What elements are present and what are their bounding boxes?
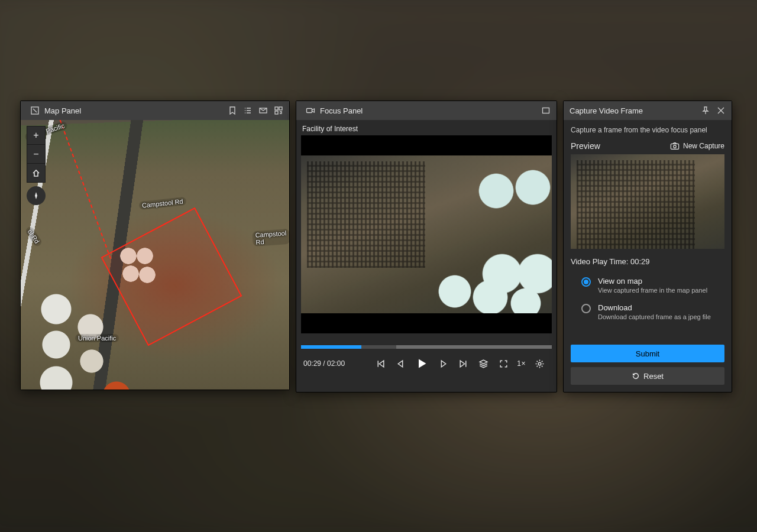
svg-rect-8 [671,144,678,149]
close-icon[interactable] [715,105,727,116]
road-label: Campstool Rd [252,229,289,246]
focus-subtitle: Facility of Interest [296,120,557,135]
video-play-time: Video Play Time: 00:29 [571,257,724,266]
buffered-range [396,345,552,349]
zoom-in-button[interactable]: + [27,126,46,145]
skip-end-button[interactable] [455,356,471,371]
option-title: View on map [598,277,707,286]
video-progress-bar[interactable] [301,345,552,349]
home-extent-button[interactable] [27,164,46,183]
option-download[interactable]: Download Download captured frame as a jp… [571,299,724,325]
new-capture-label: New Capture [683,142,724,150]
focus-panel: Focus Panel Facility of Interest 00:29 /… [296,100,557,392]
playback-rate[interactable]: 1× [517,359,526,368]
option-title: Download [598,303,711,312]
option-view-on-map[interactable]: View on map View captured frame in the m… [571,272,724,299]
map-panel-title: Map Panel [44,106,223,115]
video-camera-icon [305,105,316,116]
svg-point-9 [674,145,676,148]
step-forward-button[interactable] [435,356,451,371]
preview-frame-image [571,154,724,249]
map-panel-icon [29,105,41,116]
layers-icon[interactable] [475,356,491,371]
option-desc: Download captured frame as a jpeg file [598,313,711,320]
preview-thumbnail [571,154,724,249]
capture-panel-title: Capture Video Frame [570,106,696,115]
zoom-out-button[interactable]: − [27,145,46,164]
map-viewport[interactable]: Campstool Rd Campstool Rd ol Rd Union Pa… [21,120,289,390]
radio-view-on-map[interactable] [581,277,591,287]
option-desc: View captured frame in the map panel [598,287,707,294]
svg-rect-6 [543,108,549,113]
map-nav-tools: + − [27,126,46,205]
svg-rect-3 [279,107,282,110]
qr-icon[interactable] [273,105,284,116]
capture-panel: Capture Video Frame Capture a frame from… [563,100,732,392]
submit-button[interactable]: Submit [571,345,724,362]
preview-label: Preview [571,141,600,151]
svg-rect-2 [275,107,278,110]
pin-icon[interactable] [700,105,711,116]
settings-gear-icon[interactable] [532,356,547,371]
reset-button[interactable]: Reset [571,367,724,385]
time-display: 00:29 / 02:00 [303,359,345,368]
step-back-button[interactable] [393,356,408,371]
svg-rect-5 [307,109,312,113]
map-panel: Map Panel Campstool Rd Campstool Rd ol R… [20,100,290,390]
play-button[interactable] [413,355,431,372]
compass-button[interactable] [27,186,46,205]
video-controls: 00:29 / 02:00 1× [296,349,557,378]
bookmark-icon[interactable] [227,105,238,116]
new-capture-button[interactable]: New Capture [670,142,724,150]
list-icon[interactable] [242,105,254,116]
video-frame-image [301,155,552,313]
map-panel-header: Map Panel [21,101,289,120]
capture-icon[interactable] [257,105,269,116]
radio-download[interactable] [581,304,591,313]
svg-rect-4 [275,111,278,114]
played-range [301,345,361,349]
capture-description: Capture a frame from the video focus pan… [571,126,724,134]
capture-panel-header: Capture Video Frame [564,101,732,120]
reset-label: Reset [643,372,664,381]
road-label: Union Pacific [75,334,119,342]
svg-point-7 [538,362,541,365]
skip-start-button[interactable] [373,356,388,371]
focus-panel-title: Focus Panel [320,106,536,115]
fullscreen-icon[interactable] [496,356,511,371]
video-viewport[interactable] [301,135,552,333]
maximize-icon[interactable] [540,105,552,116]
focus-panel-header: Focus Panel [296,101,557,120]
